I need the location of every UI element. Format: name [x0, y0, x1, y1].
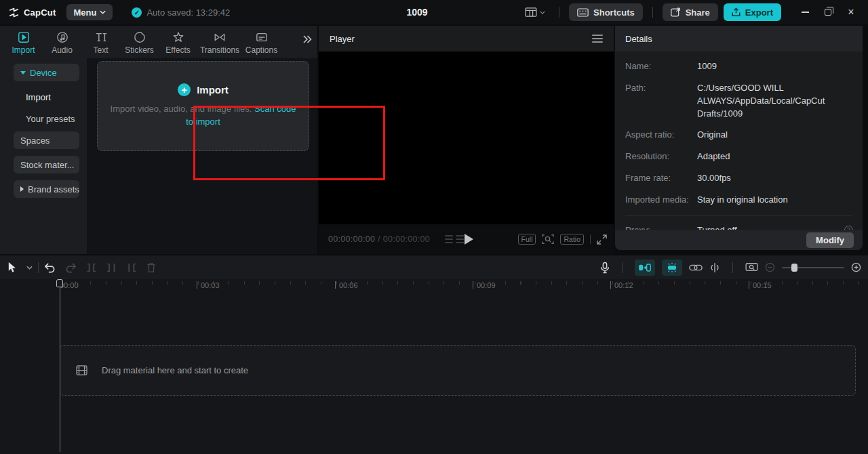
tab-import[interactable]: Import — [4, 30, 43, 55]
delete-button[interactable] — [146, 262, 156, 273]
sidebar-item-brand-assets[interactable]: Brand assets — [14, 180, 79, 198]
media-panel: Import Audio Text Stickers — [0, 26, 317, 254]
tab-text[interactable]: Text — [81, 30, 120, 55]
full-quality-button[interactable]: Full — [518, 234, 536, 245]
divider — [732, 262, 733, 273]
playhead[interactable] — [56, 279, 63, 287]
detail-label: Aspect ratio: — [625, 129, 697, 142]
redo-button[interactable] — [65, 262, 77, 273]
capcut-logo-icon — [8, 7, 20, 18]
chevron-down-icon — [540, 11, 545, 14]
tab-audio[interactable]: Audio — [43, 30, 81, 55]
import-tab-icon — [18, 31, 30, 43]
import-dropzone[interactable]: + Import Import video, audio, and image … — [97, 61, 309, 151]
play-button[interactable] — [461, 232, 476, 247]
autosave-check-icon: ✓ — [132, 7, 142, 18]
undo-button[interactable] — [44, 262, 56, 273]
details-rows: Name: 1009 Path: C:/Users/GOOD WILL ALWA… — [615, 51, 863, 207]
expand-panel-button[interactable] — [302, 35, 312, 43]
panel-layout-icon — [525, 7, 537, 17]
export-button[interactable]: Export — [724, 3, 781, 21]
ruler-label: 00:15 — [749, 281, 772, 289]
zoom-slider-handle[interactable] — [791, 264, 797, 272]
share-button-label: Share — [686, 7, 710, 18]
details-footer: Modify — [615, 230, 863, 250]
ruler-label: 00:06 — [335, 281, 358, 289]
import-dropzone-title: Import — [197, 84, 229, 96]
restore-button[interactable] — [816, 0, 840, 24]
select-tool-button[interactable] — [7, 262, 17, 273]
details-header: Details — [615, 26, 863, 51]
adapt-timeline-button[interactable] — [745, 262, 758, 272]
tab-transitions-label: Transitions — [200, 45, 239, 55]
title-bar: CapCut Menu ✓ Auto saved: 13:29:42 1009 — [0, 0, 868, 24]
split-button[interactable]: ][ — [86, 262, 97, 272]
caret-down-icon — [20, 71, 26, 75]
tab-stickers-label: Stickers — [125, 45, 154, 55]
detail-value: Stay in original location — [697, 194, 852, 207]
detail-value: Original — [697, 129, 852, 142]
tab-captions[interactable]: Captions — [242, 30, 281, 55]
tab-stickers[interactable]: Stickers — [120, 30, 159, 55]
delete-right-button[interactable]: |[ — [126, 262, 137, 272]
tab-transitions[interactable]: Transitions — [197, 30, 242, 55]
link-toggle[interactable] — [689, 264, 703, 272]
detail-row-frame-rate: Frame rate: 30.00fps — [625, 172, 852, 185]
sidebar-item-import[interactable]: Import — [14, 88, 79, 106]
timeline-zoom-slider[interactable] — [782, 267, 844, 268]
divider — [652, 7, 653, 18]
export-icon — [732, 7, 741, 17]
detail-label: Name: — [625, 60, 697, 73]
restore-icon — [825, 9, 831, 16]
sidebar-item-stock-label: Stock mater... — [20, 160, 74, 170]
sidebar-item-spaces[interactable]: Spaces — [14, 131, 79, 149]
playhead-handle[interactable] — [56, 279, 63, 287]
timeline-ruler[interactable]: 00:00 00:03 00:06 00:09 00:12 00:15 — [0, 279, 868, 294]
modify-button[interactable]: Modify — [806, 232, 854, 248]
fullscreen-icon[interactable] — [597, 234, 607, 245]
player-menu-icon[interactable] — [592, 35, 603, 43]
sidebar-item-your-presets[interactable]: Your presets — [14, 110, 79, 127]
layout-switcher[interactable] — [525, 7, 545, 17]
timecode-current: 00:00:00:00 — [328, 234, 375, 244]
divider — [38, 262, 39, 273]
player-controls: 00:00:00:00 / 00:00:00:00 Full Ratio — [319, 224, 614, 254]
capcut-logo: CapCut — [8, 7, 56, 18]
auto-snap-toggle[interactable] — [662, 260, 682, 276]
zoom-fit-icon[interactable] — [542, 234, 554, 245]
detail-value: 1009 — [697, 60, 852, 73]
media-tab-bar: Import Audio Text Stickers — [0, 26, 317, 58]
menu-button-label: Menu — [73, 7, 96, 18]
sidebar-item-brand-label: Brand assets — [28, 184, 79, 194]
minimize-button[interactable] — [793, 0, 816, 24]
project-title: 1009 — [380, 0, 454, 24]
detail-label: Resolution: — [625, 150, 697, 163]
player-title: Player — [330, 34, 355, 44]
menu-button[interactable]: Menu — [66, 4, 113, 20]
transitions-tab-icon — [214, 31, 226, 43]
sidebar-item-stock-materials[interactable]: Stock mater... — [14, 156, 79, 173]
record-voiceover-button[interactable] — [600, 262, 610, 274]
tab-effects-label: Effects — [165, 45, 190, 55]
sidebar-item-device[interactable]: Device — [14, 64, 79, 81]
playhead-line — [60, 287, 60, 452]
close-button[interactable]: × — [840, 0, 863, 24]
main-track-magnet-toggle[interactable] — [635, 260, 655, 276]
zoom-in-button[interactable] — [851, 262, 861, 272]
chevron-down-icon — [100, 10, 106, 14]
ratio-button[interactable]: Ratio — [560, 234, 584, 245]
preview-axis-toggle[interactable] — [709, 262, 720, 273]
zoom-out-button[interactable] — [765, 262, 775, 272]
details-title: Details — [625, 34, 652, 44]
track-dropzone[interactable]: Drag material here and start to create — [60, 345, 856, 396]
delete-left-button[interactable]: ]| — [106, 262, 117, 272]
close-icon: × — [848, 7, 854, 18]
tab-effects[interactable]: Effects — [159, 30, 197, 55]
capcut-app-window: CapCut Menu ✓ Auto saved: 13:29:42 1009 — [0, 0, 868, 454]
effects-tab-icon — [172, 31, 184, 43]
timeline-section: ][ ]| |[ — [0, 255, 868, 454]
share-button[interactable]: Share — [663, 3, 718, 21]
select-tool-dropdown[interactable] — [26, 266, 33, 270]
shortcuts-button[interactable]: Shortcuts — [569, 3, 643, 21]
tab-text-label: Text — [93, 45, 108, 55]
